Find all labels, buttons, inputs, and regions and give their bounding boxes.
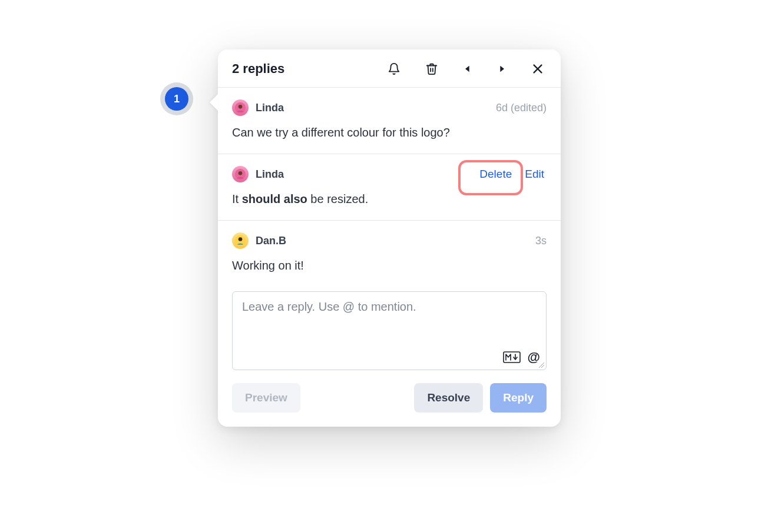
comment-text-bold: should also — [242, 192, 307, 205]
comment-item: Dan.B 3s Working on it! — [218, 221, 561, 287]
comment-author: Dan.B — [256, 235, 286, 247]
comment-actions: Delete Edit — [477, 167, 547, 182]
comment-text: Working on it! — [232, 259, 304, 272]
edit-comment-button[interactable]: Edit — [522, 167, 547, 182]
svg-point-5 — [239, 171, 243, 175]
reply-region: @ Preview Resolve Reply — [218, 287, 561, 427]
comment-author: Linda — [256, 168, 284, 181]
caret-right-icon — [497, 64, 507, 74]
svg-line-9 — [539, 363, 544, 368]
close-button[interactable] — [529, 60, 547, 78]
delete-thread-button[interactable] — [423, 60, 441, 78]
comment-header: Linda Delete Edit — [232, 166, 547, 182]
reply-textarea-wrapper: @ — [232, 291, 547, 370]
comment-text: Can we try a different colour for this l… — [232, 126, 450, 139]
next-comment-button[interactable] — [495, 62, 509, 76]
bell-icon — [388, 62, 400, 75]
svg-point-7 — [239, 237, 243, 241]
close-icon — [531, 62, 544, 75]
comment-author: Linda — [256, 102, 284, 114]
resolve-button[interactable]: Resolve — [414, 383, 483, 413]
avatar — [232, 232, 249, 249]
input-toolbar: @ — [503, 350, 540, 365]
comment-body: Can we try a different colour for this l… — [232, 124, 547, 141]
resize-handle-icon[interactable] — [538, 361, 545, 368]
annotation-number: 1 — [165, 87, 188, 111]
avatar — [232, 99, 249, 116]
annotation-marker[interactable]: 1 — [160, 82, 193, 115]
comment-timestamp: 6d (edited) — [496, 102, 547, 114]
comment-text-suffix: be resized. — [307, 192, 368, 205]
prev-comment-button[interactable] — [461, 62, 475, 76]
avatar — [232, 166, 249, 182]
comment-item: Linda Delete Edit It should also be resi… — [218, 154, 561, 221]
reply-button[interactable]: Reply — [490, 383, 547, 413]
panel-pointer — [210, 94, 218, 111]
comment-item: Linda 6d (edited) Can we try a different… — [218, 88, 561, 154]
svg-point-3 — [239, 105, 243, 109]
comment-text-prefix: It — [232, 192, 242, 205]
reply-buttons-row: Preview Resolve Reply — [232, 383, 547, 413]
notifications-button[interactable] — [385, 60, 403, 78]
preview-button[interactable]: Preview — [232, 383, 300, 413]
trash-icon — [425, 62, 438, 75]
comment-body: It should also be resized. — [232, 191, 547, 207]
caret-left-icon — [463, 64, 472, 74]
comment-body: Working on it! — [232, 257, 547, 274]
comment-header: Dan.B 3s — [232, 232, 547, 249]
markdown-button[interactable] — [503, 351, 521, 363]
markdown-icon — [503, 351, 521, 363]
comment-timestamp: 3s — [535, 235, 547, 247]
header-actions — [385, 60, 547, 78]
comment-thread-panel: 2 replies Linda 6d (edite — [218, 49, 561, 427]
thread-title: 2 replies — [232, 61, 385, 77]
reply-input[interactable] — [233, 292, 546, 370]
comment-header: Linda 6d (edited) — [232, 99, 547, 116]
panel-header: 2 replies — [218, 49, 561, 88]
delete-comment-button[interactable]: Delete — [477, 167, 514, 182]
